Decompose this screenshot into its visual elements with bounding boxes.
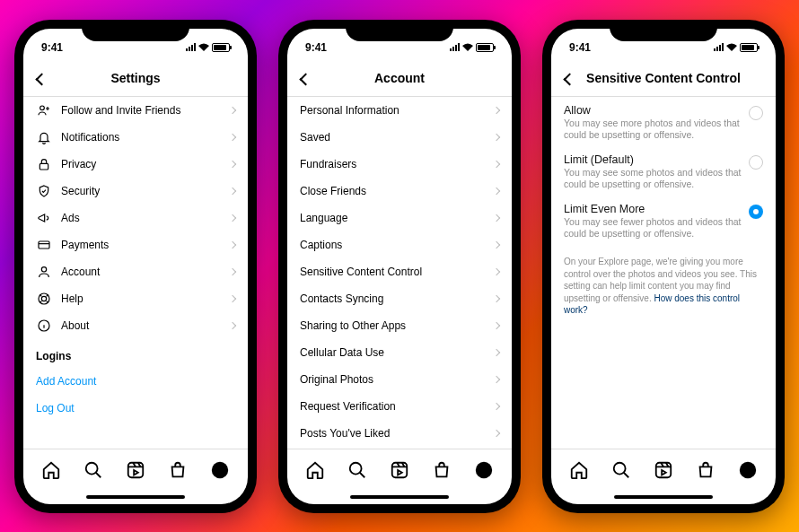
settings-row-payments[interactable]: Payments [23,231,248,258]
info-icon [36,318,52,333]
row-label: Payments [61,239,109,251]
chevron-right-icon [229,267,236,275]
settings-row-account[interactable]: Account [23,258,248,285]
chevron-right-icon [493,187,500,194]
tab-profile[interactable] [210,460,230,480]
phone-sensitive-content: 9:41 Sensitive Content Control Allow You… [542,20,785,513]
status-indicators [450,43,494,52]
option-limit-even-more[interactable]: Limit Even More You may see fewer photos… [551,196,776,245]
row-label: Security [61,185,100,197]
wifi-icon [462,43,473,51]
link-log-out[interactable]: Log Out [23,395,248,422]
option-allow[interactable]: Allow You may see more photos and videos… [551,97,776,146]
battery-icon [212,43,230,52]
chevron-right-icon [229,106,236,113]
row-label: Ads [61,212,80,224]
option-title: Allow [564,104,763,117]
account-row-personal-info[interactable]: Personal Information [287,97,512,124]
tab-bar [23,449,248,492]
settings-row-about[interactable]: About [23,312,248,339]
link-add-account[interactable]: Add Account [23,368,248,395]
wifi-icon [198,43,209,51]
back-icon[interactable] [35,73,48,85]
tab-search[interactable] [611,460,631,480]
account-row-sharing-apps[interactable]: Sharing to Other Apps [287,312,512,339]
chevron-right-icon [493,429,500,436]
tab-reels[interactable] [126,460,145,480]
option-title: Limit Even More [564,203,763,215]
home-indicator[interactable] [614,495,713,499]
notch [346,20,453,41]
row-label: Request Verification [300,400,396,413]
option-desc: You may see more photos and videos that … [564,118,763,141]
account-row-posts-liked[interactable]: Posts You've Liked [287,420,512,447]
settings-row-help[interactable]: Help [23,285,248,312]
option-desc: You may see fewer photos and videos that… [564,216,763,240]
settings-list[interactable]: Follow and Invite Friends Notifications … [23,97,248,449]
cell-signal-icon [714,43,724,51]
chevron-right-icon [493,240,500,248]
chevron-right-icon [229,133,236,140]
row-label: Account [61,266,100,278]
settings-row-security[interactable]: Security [23,178,248,205]
row-label: About [61,319,89,332]
footnote: On your Explore page, we're giving you m… [551,245,776,327]
tab-profile[interactable] [474,460,494,480]
account-row-original-photos[interactable]: Original Photos [287,366,512,393]
row-label: Saved [300,131,330,144]
account-row-close-friends[interactable]: Close Friends [287,178,512,205]
account-row-captions[interactable]: Captions [287,231,512,258]
status-indicators [714,43,758,52]
settings-row-notifications[interactable]: Notifications [23,124,248,151]
chevron-right-icon [229,321,236,328]
tab-reels[interactable] [390,460,409,480]
tab-profile[interactable] [738,460,758,480]
row-label: Original Photos [300,373,373,386]
tab-home[interactable] [41,460,61,480]
option-limit-default[interactable]: Limit (Default) You may see some photos … [551,146,776,196]
account-row-saved[interactable]: Saved [287,124,512,151]
svg-point-12 [475,462,491,478]
svg-point-5 [41,296,46,301]
account-list[interactable]: Personal Information Saved Fundraisers C… [287,97,512,449]
tab-reels[interactable] [654,460,673,480]
account-row-sensitive-content[interactable]: Sensitive Content Control [287,258,512,285]
wifi-icon [726,43,737,51]
phone-settings: 9:41 Settings Follow and Invite Friends … [14,20,257,513]
page-title: Settings [110,71,160,85]
tab-search[interactable] [347,460,367,480]
row-label: Help [61,292,83,305]
status-indicators [186,43,230,52]
tab-home[interactable] [305,460,325,480]
svg-rect-1 [40,163,48,170]
home-indicator[interactable] [350,495,449,499]
battery-icon [740,43,758,52]
tab-home[interactable] [569,460,589,480]
tab-shop[interactable] [696,460,716,480]
back-icon[interactable] [563,73,575,85]
account-row-language[interactable]: Language [287,205,512,231]
tab-shop[interactable] [432,460,452,480]
account-row-cellular-data[interactable]: Cellular Data Use [287,339,512,366]
row-label: Language [300,212,347,224]
settings-row-ads[interactable]: Ads [23,205,248,231]
back-icon[interactable] [299,73,312,85]
account-row-contacts-syncing[interactable]: Contacts Syncing [287,285,512,312]
settings-row-privacy[interactable]: Privacy [23,151,248,178]
svg-point-15 [739,462,755,478]
account-row-request-verification[interactable]: Request Verification [287,393,512,420]
settings-row-follow-invite[interactable]: Follow and Invite Friends [23,97,248,124]
tab-search[interactable] [83,460,103,480]
row-label: Posts You've Liked [300,427,390,440]
account-row-fundraisers[interactable]: Fundraisers [287,151,512,178]
chevron-right-icon [229,160,236,167]
page-header: Settings [23,61,248,97]
tab-shop[interactable] [168,460,188,480]
radio-icon-selected[interactable] [749,205,763,219]
radio-icon[interactable] [749,106,763,120]
chevron-right-icon [493,294,500,301]
svg-rect-2 [39,241,49,249]
row-label: Personal Information [300,104,400,117]
radio-icon[interactable] [749,155,763,170]
home-indicator[interactable] [86,495,185,499]
